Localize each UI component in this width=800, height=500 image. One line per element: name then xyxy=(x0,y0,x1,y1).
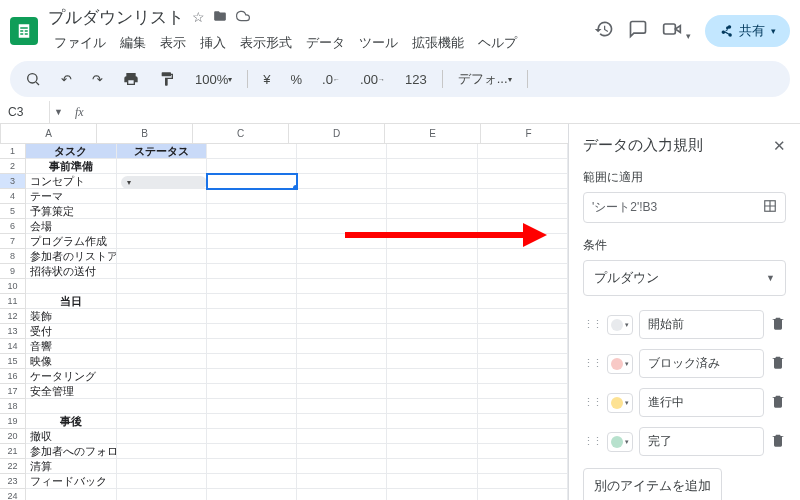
add-item-button[interactable]: 別のアイテムを追加 xyxy=(583,468,722,500)
cell-C9[interactable] xyxy=(207,264,297,279)
cell-A22[interactable]: 清算 xyxy=(26,459,116,474)
number-format-button[interactable]: 123 xyxy=(400,69,432,90)
cell-C1[interactable] xyxy=(207,144,297,159)
cell-D9[interactable] xyxy=(297,264,387,279)
col-header-B[interactable]: B xyxy=(97,124,193,143)
cell-F14[interactable] xyxy=(478,339,568,354)
cell-D19[interactable] xyxy=(297,414,387,429)
cell-C4[interactable] xyxy=(207,189,297,204)
cell-A23[interactable]: フィードバック xyxy=(26,474,116,489)
cell-F18[interactable] xyxy=(478,399,568,414)
cell-A1[interactable]: タスク xyxy=(26,144,116,159)
cell-D17[interactable] xyxy=(297,384,387,399)
spreadsheet-grid[interactable]: ABCDEF 1タスクステータス2事前準備3コンセプト4テーマ5予算策定6会場7… xyxy=(0,124,568,500)
color-swatch[interactable] xyxy=(607,432,633,452)
cell-C8[interactable] xyxy=(207,249,297,264)
cell-D20[interactable] xyxy=(297,429,387,444)
row-header[interactable]: 11 xyxy=(0,294,26,309)
cell-C15[interactable] xyxy=(207,354,297,369)
row-header[interactable]: 21 xyxy=(0,444,26,459)
cell-C18[interactable] xyxy=(207,399,297,414)
cell-A8[interactable]: 参加者のリストアップ xyxy=(26,249,116,264)
cell-F10[interactable] xyxy=(478,279,568,294)
cell-E11[interactable] xyxy=(387,294,477,309)
cell-B2[interactable] xyxy=(117,159,207,174)
increase-decimal-button[interactable]: .00→ xyxy=(355,69,390,90)
range-input[interactable]: 'シート2'!B3 xyxy=(583,192,786,223)
drag-handle-icon[interactable]: ⋮⋮ xyxy=(583,396,601,409)
cell-E22[interactable] xyxy=(387,459,477,474)
cell-F16[interactable] xyxy=(478,369,568,384)
row-header[interactable]: 19 xyxy=(0,414,26,429)
cell-F9[interactable] xyxy=(478,264,568,279)
cell-D14[interactable] xyxy=(297,339,387,354)
move-icon[interactable] xyxy=(213,9,227,26)
cell-A5[interactable]: 予算策定 xyxy=(26,204,116,219)
cell-B3[interactable] xyxy=(117,174,207,189)
cell-D18[interactable] xyxy=(297,399,387,414)
print-icon[interactable] xyxy=(118,68,144,90)
cell-D3[interactable] xyxy=(297,174,387,189)
cell-D8[interactable] xyxy=(297,249,387,264)
color-swatch[interactable] xyxy=(607,315,633,335)
currency-button[interactable]: ¥ xyxy=(258,69,275,90)
row-header[interactable]: 16 xyxy=(0,369,26,384)
cell-A24[interactable] xyxy=(26,489,116,500)
col-header-D[interactable]: D xyxy=(289,124,385,143)
col-header-E[interactable]: E xyxy=(385,124,481,143)
cell-E1[interactable] xyxy=(387,144,477,159)
cell-B14[interactable] xyxy=(117,339,207,354)
cloud-icon[interactable] xyxy=(235,9,251,26)
drag-handle-icon[interactable]: ⋮⋮ xyxy=(583,435,601,448)
cell-B8[interactable] xyxy=(117,249,207,264)
cell-A13[interactable]: 受付 xyxy=(26,324,116,339)
cell-F20[interactable] xyxy=(478,429,568,444)
cell-E24[interactable] xyxy=(387,489,477,500)
cell-C24[interactable] xyxy=(207,489,297,500)
row-header[interactable]: 14 xyxy=(0,339,26,354)
cell-A7[interactable]: プログラム作成 xyxy=(26,234,116,249)
paint-format-icon[interactable] xyxy=(154,68,180,90)
row-header[interactable]: 3 xyxy=(0,174,26,189)
cell-C20[interactable] xyxy=(207,429,297,444)
cell-A20[interactable]: 撤収 xyxy=(26,429,116,444)
delete-icon[interactable] xyxy=(770,393,786,412)
cell-B4[interactable] xyxy=(117,189,207,204)
col-header-F[interactable]: F xyxy=(481,124,568,143)
menu-ヘルプ[interactable]: ヘルプ xyxy=(472,31,523,55)
row-header[interactable]: 13 xyxy=(0,324,26,339)
cell-E16[interactable] xyxy=(387,369,477,384)
cell-A16[interactable]: ケータリング xyxy=(26,369,116,384)
zoom-select[interactable]: 100% ▾ xyxy=(190,69,237,90)
meet-icon[interactable]: ▾ xyxy=(662,19,691,43)
cell-C6[interactable] xyxy=(207,219,297,234)
cell-C21[interactable] xyxy=(207,444,297,459)
cell-F17[interactable] xyxy=(478,384,568,399)
row-header[interactable]: 6 xyxy=(0,219,26,234)
cell-F13[interactable] xyxy=(478,324,568,339)
row-header[interactable]: 12 xyxy=(0,309,26,324)
cell-A11[interactable]: 当日 xyxy=(26,294,116,309)
row-header[interactable]: 5 xyxy=(0,204,26,219)
cell-D23[interactable] xyxy=(297,474,387,489)
rule-value-input[interactable]: 進行中 xyxy=(639,388,764,417)
cell-E23[interactable] xyxy=(387,474,477,489)
cell-B10[interactable] xyxy=(117,279,207,294)
cell-C3[interactable] xyxy=(207,174,297,189)
search-icon[interactable] xyxy=(20,68,46,90)
star-icon[interactable]: ☆ xyxy=(192,9,205,26)
cell-C7[interactable] xyxy=(207,234,297,249)
menu-拡張機能[interactable]: 拡張機能 xyxy=(406,31,470,55)
cell-B17[interactable] xyxy=(117,384,207,399)
cell-A19[interactable]: 事後 xyxy=(26,414,116,429)
decrease-decimal-button[interactable]: .0← xyxy=(317,69,345,90)
row-header[interactable]: 8 xyxy=(0,249,26,264)
cell-A4[interactable]: テーマ xyxy=(26,189,116,204)
row-header[interactable]: 17 xyxy=(0,384,26,399)
close-icon[interactable]: ✕ xyxy=(773,137,786,155)
cell-F2[interactable] xyxy=(478,159,568,174)
row-header[interactable]: 7 xyxy=(0,234,26,249)
cell-E3[interactable] xyxy=(387,174,477,189)
cell-E20[interactable] xyxy=(387,429,477,444)
dropdown-chip[interactable] xyxy=(121,176,207,189)
